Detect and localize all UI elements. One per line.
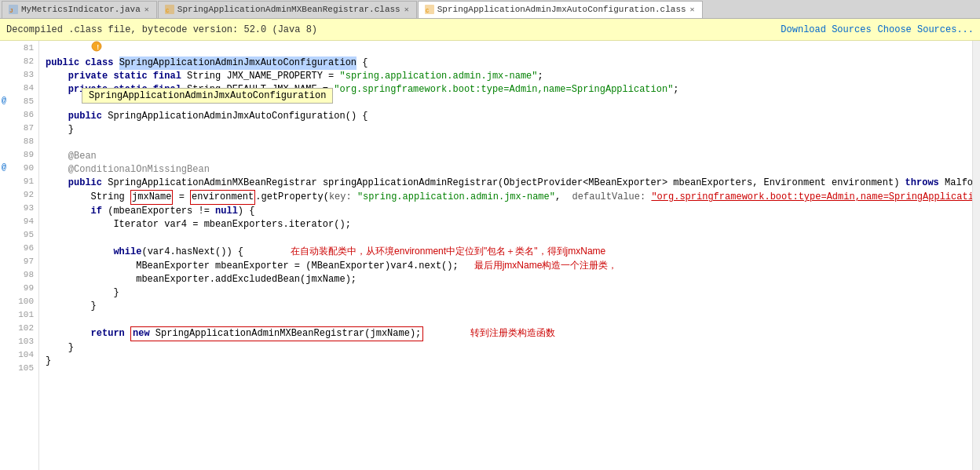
tab-mymetrics-label: MyMetricsIndicator.java: [21, 5, 141, 14]
gutter-87: 87: [0, 121, 38, 134]
code-line-87: }: [39, 123, 972, 137]
tab-mymetrics-close[interactable]: ✕: [144, 5, 150, 14]
editor: 81 82 83 84 @ 85 86 87 88 89 @ 90 91 92 …: [0, 41, 980, 470]
svg-text:C: C: [426, 8, 429, 14]
tab-mymetrics[interactable]: J MyMetricsIndicator.java ✕: [2, 1, 157, 18]
code-line-98: mbeanExporter.addExcludedBean(jmxName);: [39, 273, 972, 286]
gutter-95: 95: [0, 228, 38, 241]
gutter-101: 101: [0, 308, 38, 321]
code-line-105: [39, 368, 972, 381]
svg-text:J: J: [9, 7, 13, 14]
tab-registrar-label: SpringApplicationAdminMXBeanRegistrar.cl…: [177, 5, 400, 14]
code-line-96: while(var4.hasNext()) { 在自动装配类中，从环境envir…: [39, 245, 972, 259]
code-line-97: MBeanExporter mbeanExporter = (MBeanExpo…: [39, 259, 972, 273]
gutter-97: 97: [0, 254, 38, 268]
code-line-89: @Bean: [39, 150, 972, 163]
tab-registrar[interactable]: C SpringApplicationAdminMXBeanRegistrar.…: [158, 1, 417, 18]
gutter-89: 89: [0, 148, 38, 161]
tooltip-class: SpringApplicationAdminJmxAutoConfigurati…: [82, 88, 333, 104]
tab-autoconfig[interactable]: C SpringApplicationAdminJmxAutoConfigura…: [418, 1, 703, 18]
tab-autoconfig-label: SpringApplicationAdminJmxAutoConfigurati…: [437, 5, 686, 14]
class-icon-registrar: C: [165, 5, 174, 14]
gutter-94: 94: [0, 214, 38, 228]
choose-sources-link[interactable]: Choose Sources...: [878, 24, 974, 35]
gutter-98: 98: [0, 268, 38, 281]
gutter-93: 93: [0, 201, 38, 214]
gutter-83: 83: [0, 67, 38, 81]
code-line-99: }: [39, 286, 972, 300]
gutter-96: 96: [0, 241, 38, 254]
gutter-88: 88: [0, 134, 38, 148]
gutter-81: 81: [0, 41, 38, 54]
gutter-102: 102: [0, 321, 38, 334]
gutter-104: 104: [0, 348, 38, 361]
tab-bar: J MyMetricsIndicator.java ✕ C SpringAppl…: [0, 0, 980, 19]
tab-registrar-close[interactable]: ✕: [404, 5, 410, 14]
code-line-92: String jmxName = environment.getProperty…: [39, 190, 972, 205]
code-line-88: [39, 137, 972, 150]
gutter-84: 84: [0, 81, 38, 94]
info-bar: Decompiled .class file, bytecode version…: [0, 19, 980, 41]
gutter-85: @ 85: [0, 94, 38, 107]
gutter-105: 105: [0, 361, 38, 374]
code-line-81: !: [39, 41, 972, 56]
breakpoint-icon-90: @: [2, 163, 6, 172]
breakpoint-icon-85: @: [2, 97, 6, 105]
code-line-102: return new SpringApplicationAdminMXBeanR…: [39, 326, 972, 341]
class-icon-autoconfig: C: [425, 5, 434, 14]
gutter-90: @ 90: [0, 161, 38, 174]
code-line-86: public SpringApplicationAdminJmxAutoConf…: [39, 110, 972, 123]
code-line-83: private static final String JMX_NAME_PRO…: [39, 70, 972, 83]
svg-text:!: !: [96, 44, 100, 52]
line-gutter: 81 82 83 84 @ 85 86 87 88 89 @ 90 91 92 …: [0, 41, 39, 470]
tooltip-text: SpringApplicationAdminJmxAutoConfigurati…: [89, 90, 326, 101]
code-line-93: if (mbeanExporters != null) {: [39, 205, 972, 218]
code-line-101: [39, 313, 972, 326]
code-line-91: public SpringApplicationAdminMXBeanRegis…: [39, 177, 972, 190]
info-bar-text: Decompiled .class file, bytecode version…: [6, 24, 317, 35]
code-area[interactable]: SpringApplicationAdminJmxAutoConfigurati…: [39, 41, 972, 470]
java-icon: J: [9, 5, 18, 14]
code-line-90: @ConditionalOnMissingBean: [39, 163, 972, 177]
svg-text:C: C: [166, 8, 169, 14]
gutter-92: 92: [0, 188, 38, 201]
code-line-103: }: [39, 341, 972, 355]
info-bar-links: Download Sources Choose Sources...: [781, 24, 974, 35]
code-line-104: }: [39, 355, 972, 368]
code-line-94: Iterator var4 = mbeanExporters.iterator(…: [39, 218, 972, 231]
tab-autoconfig-close[interactable]: ✕: [689, 5, 696, 14]
gutter-82: 82: [0, 54, 38, 67]
right-scroll-bar[interactable]: [972, 41, 980, 470]
gutter-100: 100: [0, 294, 38, 308]
code-line-95: [39, 231, 972, 245]
download-sources-link[interactable]: Download Sources: [781, 24, 871, 35]
gutter-103: 103: [0, 334, 38, 348]
gutter-86: 86: [0, 107, 38, 121]
code-line-82: public class SpringApplicationAdminJmxAu…: [39, 56, 972, 70]
warning-icon: !: [91, 41, 102, 52]
gutter-91: 91: [0, 174, 38, 188]
code-line-100: }: [39, 300, 972, 313]
gutter-99: 99: [0, 281, 38, 294]
